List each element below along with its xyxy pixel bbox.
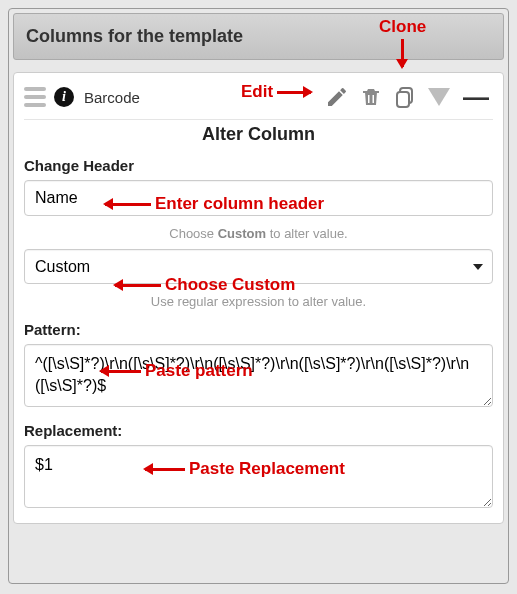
alter-column-title: Alter Column: [24, 119, 493, 153]
column-panel: i Barcode — Alter Column Change Header C…: [13, 72, 504, 524]
column-toolbar: i Barcode —: [24, 81, 493, 119]
replacement-input[interactable]: [24, 445, 493, 508]
custom-hint: Choose Custom to alter value.: [24, 216, 493, 249]
frame-header: Columns for the template: [13, 13, 504, 60]
info-icon[interactable]: i: [54, 87, 74, 107]
pattern-label: Pattern:: [24, 321, 81, 338]
regex-hint: Use regular expression to alter value.: [24, 284, 493, 317]
svg-rect-1: [397, 92, 409, 107]
change-header-input[interactable]: [24, 180, 493, 216]
collapse-triangle-icon[interactable]: [425, 83, 453, 111]
template-columns-frame: Columns for the template i Barcode —: [8, 8, 509, 584]
remove-minus-icon[interactable]: —: [459, 87, 493, 107]
clone-copy-icon[interactable]: [391, 83, 419, 111]
pattern-input[interactable]: [24, 344, 493, 407]
column-name-label: Barcode: [84, 89, 140, 106]
delete-trash-icon[interactable]: [357, 83, 385, 111]
change-header-label: Change Header: [24, 157, 493, 174]
frame-title: Columns for the template: [26, 26, 243, 46]
alter-mode-select[interactable]: Custom: [24, 249, 493, 284]
drag-handle-icon[interactable]: [24, 87, 46, 107]
replacement-label: Replacement:: [24, 422, 122, 439]
edit-pencil-icon[interactable]: [323, 83, 351, 111]
